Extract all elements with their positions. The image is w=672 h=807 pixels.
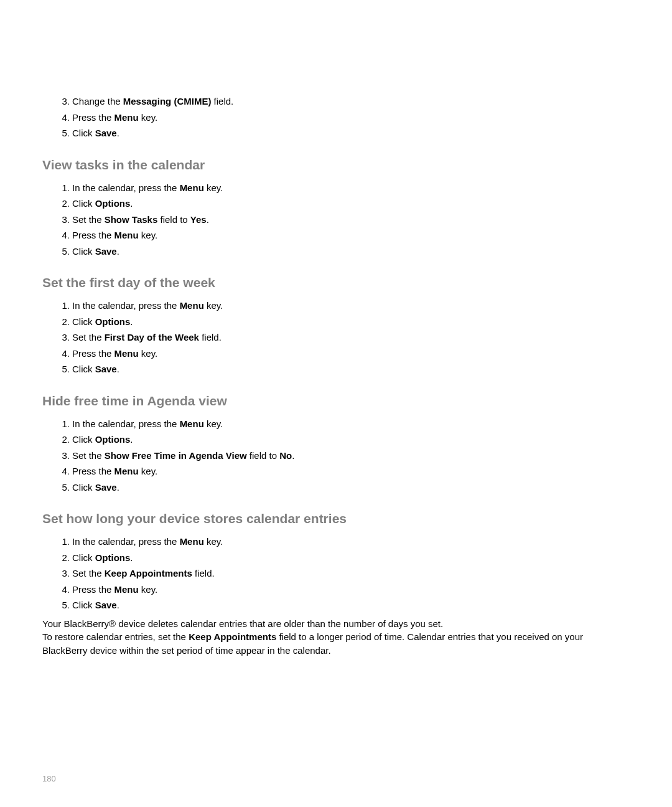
section4-heading: Set how long your device stores calendar…	[42, 511, 630, 526]
section4-para2-bold: Keep Appointments	[189, 631, 276, 642]
step-number: 4.	[55, 463, 70, 479]
step-number: 4.	[55, 227, 70, 243]
step-item: 5.Click Save.	[72, 479, 630, 496]
step-text-bold: Menu	[114, 466, 139, 476]
step-text-bold: Menu	[180, 300, 204, 311]
step-text-post: .	[117, 482, 119, 493]
step-item: 1.In the calendar, press the Menu key.	[72, 416, 630, 432]
step-text-post: key.	[139, 348, 158, 359]
step-item: 3.Set the Show Tasks field to Yes.	[72, 212, 630, 228]
step-text-pre: Press the	[72, 230, 114, 240]
step-text-post: .	[130, 434, 133, 445]
step-text-pre: Click	[72, 364, 95, 374]
step-text-pre: Set the	[72, 332, 105, 342]
step-text-pre: Set the	[72, 450, 105, 461]
step-text-pre: Set the	[72, 214, 105, 225]
step-number: 3.	[55, 212, 70, 228]
step-text-post: .	[117, 600, 119, 610]
section1-heading: View tasks in the calendar	[42, 158, 630, 172]
step-item: 3.Set the Show Free Time in Agenda View …	[72, 448, 630, 464]
step-text-bold: Menu	[114, 112, 139, 123]
section3-block: 1.In the calendar, press the Menu key.2.…	[42, 416, 630, 496]
section4-para2: To restore calendar entries, set the Kee…	[42, 630, 630, 658]
step-text-bold: Menu	[114, 230, 139, 240]
step-text-post: key.	[139, 584, 158, 595]
step-text-post: key.	[204, 300, 223, 311]
page-number: 180	[42, 774, 56, 783]
step-item: 2.Click Options.	[72, 432, 630, 448]
step-number: 3.	[55, 448, 70, 464]
step-text-bold: Menu	[180, 536, 204, 547]
step-text-bold: Save	[95, 246, 117, 257]
step-text-bold: Menu	[180, 182, 204, 193]
step-text-bold: Keep Appointments	[105, 568, 192, 578]
step-text-pre: Click	[72, 128, 95, 138]
step-text-bold: Messaging (CMIME)	[123, 96, 212, 106]
step-item: 4.Press the Menu key.	[72, 346, 630, 362]
step-text-post: key.	[139, 466, 158, 476]
step-item: 5.Click Save.	[72, 597, 630, 613]
step-text-post: key.	[139, 230, 158, 240]
step-number: 2.	[55, 314, 70, 330]
step-number: 1.	[55, 298, 70, 314]
step-number: 3.	[55, 565, 70, 582]
section4-para2-pre: To restore calendar entries, set the	[42, 631, 189, 642]
step-item: 3.Set the Keep Appointments field.	[72, 565, 630, 582]
step-text-pre: In the calendar, press the	[72, 536, 180, 547]
step-item: 4.Press the Menu key.	[72, 582, 630, 598]
step-number: 3.	[55, 329, 70, 346]
step-text-pre: Set the	[72, 568, 105, 578]
step-text-post: key.	[204, 418, 223, 429]
step-number: 5.	[55, 479, 70, 496]
step-text-bold: Options	[95, 316, 131, 327]
step-text-pre: Press the	[72, 348, 114, 359]
step-text-pre: Click	[72, 198, 95, 209]
step-text-post: field.	[199, 332, 222, 342]
step-number: 4.	[55, 346, 70, 362]
step-item: 2.Click Options.	[72, 196, 630, 212]
step-text-bold: Save	[95, 128, 117, 138]
step-text-post: .	[130, 198, 133, 209]
step-text-bold: Options	[95, 434, 131, 445]
step-text-bold: Options	[95, 552, 131, 563]
step-text-post: .	[117, 128, 119, 138]
step-text-bold: First Day of the Week	[105, 332, 199, 342]
step-number: 3.	[55, 93, 70, 110]
step-number: 4.	[55, 110, 70, 126]
section4-para1: Your BlackBerry® device deletes calendar…	[42, 617, 630, 631]
section3-heading: Hide free time in Agenda view	[42, 394, 630, 408]
section1-block: 1.In the calendar, press the Menu key.2.…	[42, 180, 630, 260]
step-text-bold: Save	[95, 364, 117, 374]
step-text-pre: Change the	[72, 96, 123, 106]
step-text-bold: Menu	[114, 584, 139, 595]
step-number: 5.	[55, 125, 70, 141]
step-text-bold: Show Free Time in Agenda View	[105, 450, 247, 461]
step-number: 2.	[55, 550, 70, 566]
step-number: 1.	[55, 180, 70, 196]
intro-steps-block: 3.Change the Messaging (CMIME) field.4.P…	[42, 93, 630, 141]
step-number: 5.	[55, 243, 70, 260]
step-text-pre: Press the	[72, 466, 114, 476]
section3-steps-list: 1.In the calendar, press the Menu key.2.…	[42, 416, 630, 496]
step-text-pre: In the calendar, press the	[72, 418, 180, 429]
intro-steps-list: 3.Change the Messaging (CMIME) field.4.P…	[42, 93, 630, 141]
step-text-pre: Click	[72, 316, 95, 327]
step-text-bold: Menu	[114, 348, 139, 359]
step-text-pre: Press the	[72, 584, 114, 595]
step-item: 1.In the calendar, press the Menu key.	[72, 534, 630, 550]
section4-block: 1.In the calendar, press the Menu key.2.…	[42, 534, 630, 613]
section4-steps-list: 1.In the calendar, press the Menu key.2.…	[42, 534, 630, 613]
step-number: 2.	[55, 196, 70, 212]
step-text-post: field to	[157, 214, 190, 225]
step-text-pre: Click	[72, 552, 95, 563]
section2-block: 1.In the calendar, press the Menu key.2.…	[42, 298, 630, 377]
step-text-post: field.	[211, 96, 233, 106]
step-text-pre: Click	[72, 434, 95, 445]
step-item: 5.Click Save.	[72, 243, 630, 260]
step-text-pre: Click	[72, 482, 95, 493]
step-item: 4.Press the Menu key.	[72, 463, 630, 479]
step-text-pre: Click	[72, 246, 95, 257]
section2-steps-list: 1.In the calendar, press the Menu key.2.…	[42, 298, 630, 377]
step-text-post: field.	[192, 568, 215, 578]
step-item: 3.Set the First Day of the Week field.	[72, 329, 630, 346]
